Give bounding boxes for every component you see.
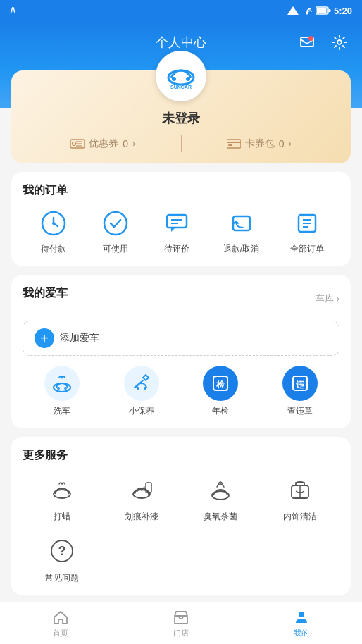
inspection-icon-box: 检 <box>203 366 238 401</box>
nav-profile[interactable]: 我的 <box>242 605 362 643</box>
add-car-text: 添加爱车 <box>60 332 99 345</box>
nav-store-label: 门店 <box>173 628 189 638</box>
ozone-icon-box <box>204 473 237 507</box>
battery-icon <box>316 6 331 15</box>
scratch-icon <box>127 476 156 504</box>
signal-icon <box>287 6 299 15</box>
svg-point-7 <box>337 40 342 44</box>
more-services-title: 更多服务 <box>23 448 339 463</box>
interior-icon <box>286 476 314 504</box>
svg-rect-4 <box>316 8 326 13</box>
svg-rect-18 <box>227 140 241 148</box>
ozone-label: 臭氧杀菌 <box>204 511 237 523</box>
car-service-violation[interactable]: 违 查违章 <box>282 366 318 417</box>
svg-point-25 <box>104 212 127 235</box>
faq-icon: ? <box>48 537 76 565</box>
order-refund[interactable]: 退款/取消 <box>223 208 259 255</box>
svg-text:违: 违 <box>296 380 305 390</box>
svg-point-36 <box>64 387 67 390</box>
maintenance-icon <box>130 372 153 395</box>
violation-label: 查违章 <box>287 405 313 417</box>
order-usable[interactable]: 可使用 <box>100 208 131 255</box>
garage-link[interactable]: 车库 › <box>316 292 339 305</box>
inspection-icon: 检 <box>211 373 230 393</box>
service-faq[interactable]: ? 常见问题 <box>23 534 102 584</box>
faq-icon-box: ? <box>45 534 79 568</box>
car-title-row: 我的爱车 车库 › <box>23 286 339 311</box>
wifi-icon <box>301 6 313 15</box>
svg-point-24 <box>52 222 55 225</box>
svg-point-1 <box>306 12 308 14</box>
avatar-wrapper: SUNCAR <box>11 51 351 101</box>
status-time: 5:20 <box>334 6 352 16</box>
avatar[interactable]: SUNCAR <box>156 51 206 101</box>
nav-store[interactable]: 门店 <box>120 605 241 643</box>
add-car-plus-icon: + <box>35 328 54 348</box>
card-arrow: › <box>289 139 292 149</box>
bottom-nav: 首页 门店 我的 <box>0 602 362 644</box>
interior-icon-box <box>283 473 317 507</box>
coupon-stat[interactable]: 优惠券 0 › <box>25 137 181 150</box>
pending-review-label: 待评价 <box>164 243 189 255</box>
svg-point-55 <box>299 612 304 617</box>
interior-label: 内饰清洁 <box>283 511 317 523</box>
svg-marker-0 <box>287 6 299 15</box>
svg-rect-3 <box>328 9 330 12</box>
svg-point-11 <box>186 77 190 81</box>
car-service-maintenance[interactable]: 小保养 <box>124 366 159 417</box>
wax-icon <box>48 476 76 504</box>
service-scratch[interactable]: 划痕补漆 <box>102 473 182 523</box>
message-icon <box>299 34 316 51</box>
svg-point-8 <box>160 55 202 97</box>
wax-icon-box <box>45 473 79 507</box>
order-all[interactable]: 全部订单 <box>290 208 324 255</box>
refund-label: 退款/取消 <box>223 243 259 255</box>
comment-icon <box>164 211 189 236</box>
svg-point-39 <box>144 387 146 390</box>
refund-icon-box <box>226 208 257 239</box>
svg-rect-20 <box>228 144 232 146</box>
service-interior[interactable]: 内饰清洁 <box>261 473 340 523</box>
service-ozone[interactable]: 臭氧杀菌 <box>181 473 261 523</box>
svg-point-35 <box>57 387 60 390</box>
svg-point-38 <box>137 387 139 390</box>
orders-grid: 待付款 可使用 待评价 <box>23 208 339 255</box>
car-wash-icon <box>51 373 73 393</box>
car-service-inspection[interactable]: 检 年检 <box>203 366 238 417</box>
my-car-section: 我的爱车 车库 › + 添加爱车 洗车 <box>11 275 351 428</box>
svg-text:SUNCAR: SUNCAR <box>170 85 192 89</box>
home-icon <box>52 609 69 626</box>
refund-icon <box>229 211 254 236</box>
service-wax[interactable]: 打蜡 <box>23 473 102 523</box>
status-bar: A 5:20 <box>0 0 362 21</box>
faq-label: 常见问题 <box>45 572 79 584</box>
coupon-arrow: › <box>132 139 135 149</box>
orders-section: 我的订单 待付款 可使用 <box>11 172 351 266</box>
nav-profile-label: 我的 <box>294 628 309 638</box>
status-app-icon: A <box>10 6 16 16</box>
card-stat[interactable]: 卡券包 0 › <box>182 137 337 150</box>
inspection-label: 年检 <box>212 405 229 417</box>
usable-icon-box <box>100 208 131 239</box>
order-pending-payment[interactable]: 待付款 <box>38 208 69 255</box>
car-wash-icon-box <box>44 366 80 401</box>
list-icon <box>294 211 320 236</box>
nav-home-label: 首页 <box>53 628 68 638</box>
scratch-label: 划痕补漆 <box>125 511 158 523</box>
username[interactable]: 未登录 <box>11 110 351 127</box>
usable-label: 可使用 <box>103 243 128 255</box>
nav-home[interactable]: 首页 <box>0 605 120 643</box>
pending-review-icon-box <box>161 208 192 239</box>
ozone-icon <box>206 476 235 504</box>
car-service-wash[interactable]: 洗车 <box>44 366 80 417</box>
violation-icon: 违 <box>290 373 310 393</box>
profile-icon <box>293 609 310 626</box>
pending-payment-label: 待付款 <box>41 243 66 255</box>
add-car-button[interactable]: + 添加爱车 <box>23 321 339 356</box>
car-wash-label: 洗车 <box>54 405 70 417</box>
all-orders-icon-box <box>292 208 323 239</box>
page-title: 个人中心 <box>156 34 206 51</box>
store-icon <box>173 609 189 626</box>
coupon-icon <box>70 138 85 149</box>
order-pending-review[interactable]: 待评价 <box>161 208 192 255</box>
